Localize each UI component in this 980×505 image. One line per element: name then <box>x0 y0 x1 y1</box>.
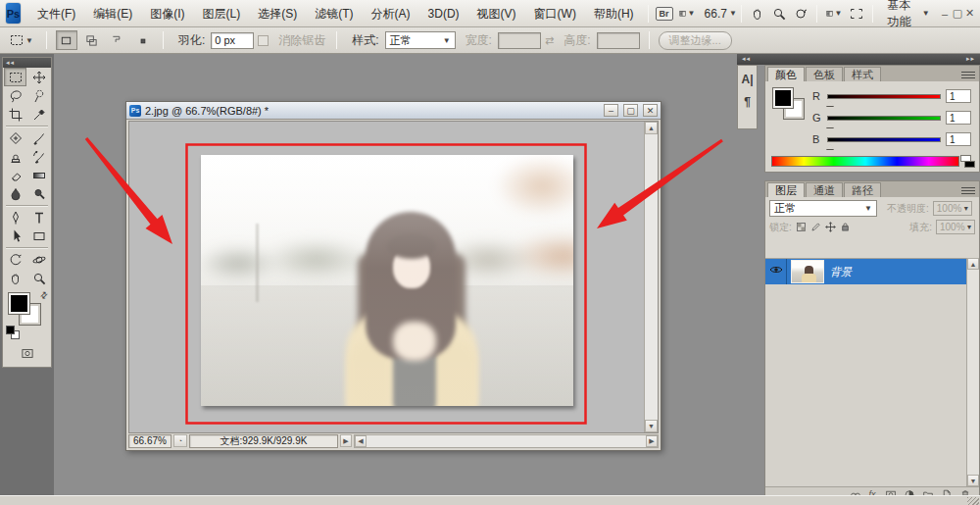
dock-collapse-bar[interactable]: ◂◂ ▸▸ <box>737 54 980 65</box>
tool-crop[interactable] <box>4 105 26 124</box>
green-channel-slider[interactable] <box>827 116 941 121</box>
zoom-tool-button[interactable] <box>768 4 790 24</box>
menu-view[interactable]: 视图(V) <box>468 3 525 25</box>
layers-scrollbar[interactable]: ▲ ▼ <box>966 258 979 486</box>
feather-input[interactable] <box>211 32 254 49</box>
scroll-up-icon[interactable]: ▲ <box>967 258 979 270</box>
menu-analysis[interactable]: 分析(A) <box>363 3 419 25</box>
lock-all-icon[interactable] <box>840 222 851 232</box>
tool-zoom[interactable] <box>27 269 50 287</box>
screen-mode-button[interactable] <box>846 4 867 24</box>
add-to-selection-mode-button[interactable] <box>81 30 103 50</box>
blend-mode-select[interactable]: 正常 ▼ <box>769 200 877 217</box>
tab-swatches[interactable]: 色板 <box>806 67 843 81</box>
blue-channel-slider[interactable] <box>827 137 941 142</box>
tool-path-selection[interactable] <box>4 227 26 245</box>
tool-type[interactable] <box>27 208 50 227</box>
tool-pen[interactable] <box>4 208 26 227</box>
new-selection-mode-button[interactable] <box>56 30 77 50</box>
app-minimize-button[interactable]: – <box>939 6 952 22</box>
green-channel-value[interactable]: 1 <box>946 111 971 125</box>
zoom-level-combo[interactable]: 66.7 ▼ <box>700 5 736 23</box>
workspace-switcher[interactable]: 基本功能 ▼ <box>878 4 938 24</box>
tab-channels[interactable]: 通道 <box>806 182 843 197</box>
lock-position-icon[interactable] <box>825 222 836 232</box>
photo-image[interactable] <box>201 155 573 406</box>
menu-layer[interactable]: 图层(L) <box>194 3 250 25</box>
foreground-color-swatch[interactable] <box>773 88 793 108</box>
hand-tool-button[interactable] <box>747 4 768 24</box>
tab-layers[interactable]: 图层 <box>767 182 805 197</box>
subtract-from-selection-mode-button[interactable] <box>107 30 128 50</box>
menu-help[interactable]: 帮助(H) <box>585 3 643 25</box>
tool-gradient[interactable] <box>27 166 50 184</box>
scroll-up-icon[interactable]: ▲ <box>645 122 658 134</box>
tool-3d-orbit[interactable] <box>27 250 50 269</box>
default-colors-icon[interactable] <box>6 326 20 339</box>
layer-visibility-toggle[interactable] <box>765 259 787 284</box>
tab-color[interactable]: 颜色 <box>767 67 805 81</box>
scroll-right-icon[interactable]: ▶ <box>646 435 658 447</box>
red-channel-value[interactable]: 1 <box>946 89 971 103</box>
menu-file[interactable]: 文件(F) <box>28 3 84 25</box>
layer-row-background[interactable]: 背景 <box>765 259 979 284</box>
tool-3d-rotate[interactable] <box>4 250 26 269</box>
lock-pixels-icon[interactable] <box>810 222 821 232</box>
scroll-left-icon[interactable]: ◀ <box>355 435 367 447</box>
launch-bridge-button[interactable]: Br <box>654 4 675 24</box>
quick-mask-button[interactable] <box>11 345 44 362</box>
paragraph-panel-icon[interactable]: ¶ <box>739 93 756 110</box>
slider-thumb[interactable] <box>826 143 834 149</box>
vertical-scrollbar[interactable]: ▲ ▼ <box>644 122 658 432</box>
tool-blur[interactable] <box>4 184 26 203</box>
horizontal-scrollbar[interactable]: ◀ ▶ <box>354 434 659 448</box>
slider-thumb[interactable] <box>826 100 834 106</box>
resize-grip[interactable] <box>967 497 979 505</box>
collapse-right-icon[interactable]: ▸▸ <box>966 54 975 65</box>
doc-maximize-button[interactable]: ▢ <box>623 104 638 117</box>
tool-brush[interactable] <box>27 128 50 147</box>
tool-lasso[interactable] <box>4 86 26 105</box>
scroll-down-icon[interactable]: ▼ <box>645 420 658 432</box>
collapse-left-icon[interactable]: ◂◂ <box>742 54 751 65</box>
tool-hand[interactable] <box>4 269 26 287</box>
tool-eraser[interactable] <box>4 166 26 184</box>
status-zoom-field[interactable]: 66.67% <box>128 434 172 448</box>
menu-edit[interactable]: 编辑(E) <box>84 3 141 25</box>
menu-3d[interactable]: 3D(D) <box>419 3 468 25</box>
document-canvas[interactable]: ▲ ▼ <box>128 121 659 433</box>
tool-move[interactable] <box>27 68 50 86</box>
red-channel-slider[interactable] <box>827 94 941 99</box>
app-close-button[interactable]: ✕ <box>963 6 976 22</box>
view-extras-button[interactable]: ▼ <box>822 4 847 24</box>
menu-filter[interactable]: 滤镜(T) <box>306 3 362 25</box>
photoshop-logo[interactable]: Ps <box>6 3 21 24</box>
tool-spot-healing-brush[interactable] <box>4 128 26 147</box>
slider-thumb[interactable] <box>826 122 834 127</box>
doc-close-button[interactable]: ✕ <box>643 104 658 117</box>
intersect-selection-mode-button[interactable] <box>132 30 154 50</box>
arrange-documents-button[interactable]: ▼ <box>675 4 700 24</box>
status-menu-arrow-icon[interactable]: ▶ <box>340 434 352 447</box>
doc-minimize-button[interactable]: – <box>604 104 618 117</box>
panel-menu-icon[interactable] <box>961 70 975 78</box>
tool-dodge[interactable] <box>27 184 50 203</box>
tools-panel-collapse-bar[interactable]: ◂◂ <box>3 58 51 68</box>
menu-select[interactable]: 选择(S) <box>249 3 306 25</box>
color-spectrum-ramp[interactable] <box>771 156 959 167</box>
tab-styles[interactable]: 样式 <box>844 67 881 81</box>
tab-paths[interactable]: 路径 <box>844 182 881 197</box>
tool-history-brush[interactable] <box>27 147 50 166</box>
scroll-down-icon[interactable]: ▼ <box>967 475 979 486</box>
tool-rectangle-shape[interactable] <box>27 227 50 245</box>
black-shortcut-swatch[interactable] <box>964 161 975 168</box>
layer-thumbnail[interactable] <box>791 260 824 283</box>
app-maximize-button[interactable]: ▢ <box>951 6 963 22</box>
document-titlebar[interactable]: Ps 2.jpg @ 66.7%(RGB/8#) * – ▢ ✕ <box>126 102 661 120</box>
blue-channel-value[interactable]: 1 <box>946 132 971 146</box>
panel-menu-icon[interactable] <box>961 185 975 194</box>
menu-window[interactable]: 窗口(W) <box>525 3 585 25</box>
rotate-view-button[interactable] <box>790 4 811 24</box>
tool-rectangular-marquee[interactable] <box>4 68 26 86</box>
tool-eyedropper[interactable] <box>27 105 50 124</box>
